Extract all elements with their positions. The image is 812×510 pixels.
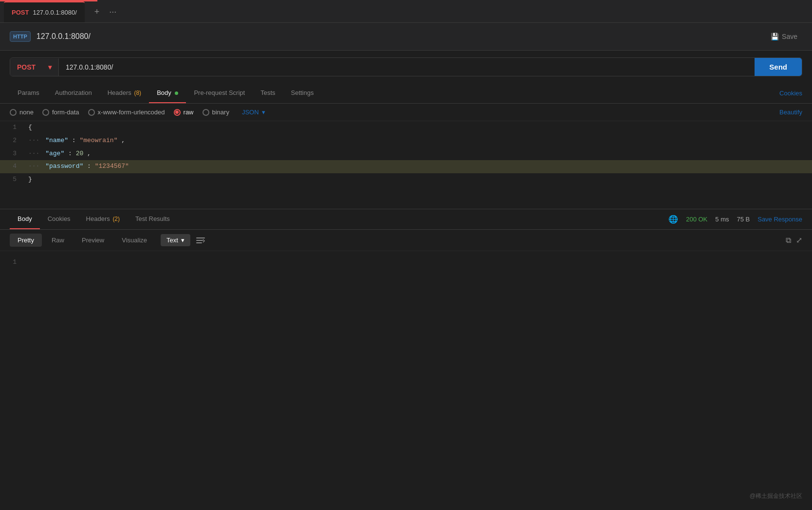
response-tab-bar: Body Cookies Headers (2) Test Results 🌐 … — [0, 209, 812, 230]
radio-binary-label: binary — [212, 109, 229, 116]
response-line-num-1: 1 — [0, 256, 24, 269]
radio-binary[interactable]: binary — [203, 109, 229, 116]
json-format-selector[interactable]: JSON ▾ — [242, 109, 265, 116]
response-tab-test-results[interactable]: Test Results — [128, 209, 178, 229]
tab-body-label: Body — [157, 89, 171, 96]
watermark: @稀土掘金技术社区 — [750, 492, 802, 500]
key-password: "password" — [45, 163, 83, 170]
code-line-5: 5 } — [0, 173, 812, 186]
radio-none-label: none — [19, 109, 34, 116]
method-chevron-icon: ▾ — [48, 63, 52, 71]
response-time: 5 ms — [715, 216, 729, 223]
line-num-3: 3 — [0, 147, 24, 161]
response-line-content-1 — [24, 256, 812, 269]
format-preview[interactable]: Preview — [74, 234, 112, 247]
text-chevron-icon: ▾ — [181, 237, 185, 244]
response-body: 1 — [0, 251, 812, 348]
response-section: Body Cookies Headers (2) Test Results 🌐 … — [0, 209, 812, 348]
key-name: "name" — [45, 137, 68, 144]
body-type-bar: none form-data x-www-form-urlencoded raw… — [0, 104, 812, 121]
open-brace: { — [28, 124, 32, 131]
key-age: "age" — [45, 150, 64, 157]
wrap-lines-icon[interactable] — [196, 237, 205, 244]
active-tab[interactable]: POST 127.0.0.1:8080/ — [4, 1, 85, 22]
http-badge: HTTP — [10, 31, 31, 42]
tab-method: POST — [12, 9, 29, 16]
radio-raw[interactable]: raw — [174, 109, 194, 116]
radio-urlencoded-circle — [88, 109, 95, 116]
request-header: HTTP 127.0.0.1:8080/ 💾 Save — [0, 23, 812, 51]
tab-headers[interactable]: Headers (8) — [100, 83, 149, 103]
line-num-4: 4 — [0, 160, 24, 173]
copy-icon[interactable]: ⧉ — [786, 236, 791, 245]
more-options-button[interactable]: ··· — [107, 5, 118, 19]
response-size: 75 B — [737, 216, 750, 223]
tab-settings[interactable]: Settings — [283, 83, 322, 103]
line-num-5: 5 — [0, 173, 24, 186]
format-pretty[interactable]: Pretty — [10, 234, 42, 247]
tab-pre-request-script[interactable]: Pre-request Script — [186, 83, 253, 103]
url-bar: POST GET PUT DELETE PATCH ▾ Send — [10, 57, 802, 76]
value-age: 20 — [76, 150, 84, 157]
radio-form-data[interactable]: form-data — [42, 109, 79, 116]
tab-params[interactable]: Params — [10, 83, 47, 103]
close-brace: } — [28, 176, 32, 183]
method-dropdown[interactable]: POST GET PUT DELETE PATCH — [17, 63, 44, 71]
svg-rect-2 — [196, 242, 202, 243]
response-tab-body[interactable]: Body — [10, 209, 40, 229]
beautify-button[interactable]: Beautify — [779, 109, 802, 116]
line-content-5: } — [24, 173, 812, 186]
save-label: Save — [782, 33, 797, 40]
send-button[interactable]: Send — [755, 58, 802, 76]
line-content-2: ··· "name" : "meowrain" , — [24, 134, 812, 147]
radio-urlencoded[interactable]: x-www-form-urlencoded — [88, 109, 165, 116]
line-content-1: { — [24, 121, 812, 134]
line-content-4: ··· "password" : "1234567" — [24, 160, 812, 173]
url-input[interactable] — [59, 58, 755, 76]
tab-bar: POST 127.0.0.1:8080/ + ··· — [0, 1, 812, 23]
format-visualize[interactable]: Visualize — [114, 234, 155, 247]
response-line-1: 1 — [0, 256, 812, 269]
tab-headers-label: Headers — [108, 89, 131, 96]
tab-body[interactable]: Body — [149, 83, 186, 103]
format-raw[interactable]: Raw — [44, 234, 72, 247]
method-select[interactable]: POST GET PUT DELETE PATCH ▾ — [10, 58, 59, 76]
code-editor[interactable]: 1 { 2 ··· "name" : "meowrain" , 3 ··· "a… — [0, 121, 812, 209]
code-line-3: 3 ··· "age" : 20 , — [0, 147, 812, 161]
svg-rect-0 — [196, 237, 205, 238]
json-chevron-icon: ▾ — [262, 109, 265, 116]
response-tab-headers[interactable]: Headers (2) — [78, 209, 128, 229]
radio-raw-label: raw — [184, 109, 194, 116]
radio-form-data-label: form-data — [52, 109, 79, 116]
text-format-selector[interactable]: Text ▾ — [161, 234, 190, 246]
response-status-code: 200 OK — [686, 216, 707, 223]
request-tabs-nav: Params Authorization Headers (8) Body Pr… — [0, 83, 812, 104]
radio-urlencoded-label: x-www-form-urlencoded — [98, 109, 165, 116]
new-tab-button[interactable]: + — [92, 5, 102, 19]
line-num-2: 2 — [0, 134, 24, 147]
svg-rect-1 — [196, 240, 203, 241]
radio-none-circle — [10, 109, 17, 116]
code-line-1: 1 { — [0, 121, 812, 134]
save-button[interactable]: 💾 Save — [766, 30, 802, 43]
tab-bar-actions: + ··· — [92, 5, 119, 19]
code-line-2: 2 ··· "name" : "meowrain" , — [0, 134, 812, 147]
request-header-url: 127.0.0.1:8080/ — [37, 32, 760, 41]
response-tab-cookies[interactable]: Cookies — [40, 209, 78, 229]
url-bar-container: POST GET PUT DELETE PATCH ▾ Send — [0, 51, 812, 83]
json-format-label: JSON — [242, 109, 259, 116]
tab-url: 127.0.0.1:8080/ — [33, 9, 76, 16]
save-response-button[interactable]: Save Response — [757, 216, 802, 223]
radio-form-data-circle — [42, 109, 49, 116]
value-name: "meowrain" — [79, 137, 117, 144]
tab-authorization[interactable]: Authorization — [47, 83, 100, 103]
radio-none[interactable]: none — [10, 109, 34, 116]
line-num-1: 1 — [0, 121, 24, 134]
save-icon: 💾 — [771, 33, 779, 40]
tab-tests[interactable]: Tests — [253, 83, 283, 103]
tab-headers-badge: (8) — [134, 90, 141, 96]
expand-icon[interactable]: ⤢ — [796, 236, 802, 245]
globe-icon: 🌐 — [668, 215, 678, 224]
cookies-link[interactable]: Cookies — [779, 90, 802, 97]
radio-binary-circle — [203, 109, 209, 116]
